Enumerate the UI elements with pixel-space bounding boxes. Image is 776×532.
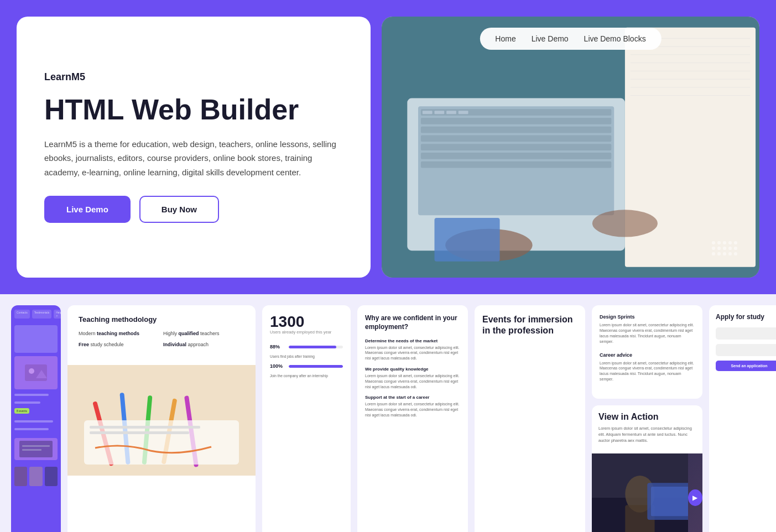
- teaching-image-svg: [67, 365, 256, 476]
- confident-item-title-2: We provide quality knowledge: [365, 367, 460, 372]
- hero-illustration: [382, 17, 759, 278]
- design-sprints-title: Design Sprints: [600, 314, 695, 320]
- stat-bar-1: 88% Users find jobs after training: [270, 344, 343, 359]
- career-advice-text: Lorem ipsum dolor sit amet, consectetur …: [600, 361, 695, 382]
- teaching-item-3: Free study schedule: [79, 341, 160, 349]
- stat-bar-2: 100% Join the company after an internshi…: [270, 363, 343, 378]
- svg-rect-18: [421, 161, 611, 168]
- card-teaching-image: [67, 365, 256, 476]
- confident-item-1: Determine the needs of the market Lorem …: [365, 338, 460, 361]
- view-action-text: Lorem ipsum dolor sit amet, consectetur …: [598, 425, 696, 444]
- bottom-section-row1: Contacts Testimonials Help > 8 events: [0, 294, 776, 532]
- confident-item-text-1: Lorem ipsum dolor sit amet, consectetur …: [365, 345, 460, 361]
- apply-field-name[interactable]: [716, 327, 776, 340]
- stat-label: Users already employed this year: [270, 330, 343, 335]
- hero-description: LearnM5 is a theme for education, web de…: [44, 137, 343, 180]
- svg-rect-15: [421, 135, 611, 142]
- confident-item-title-1: Determine the needs of the market: [365, 338, 460, 343]
- svg-rect-22: [459, 111, 468, 114]
- stat-pct-2: 100%: [270, 363, 285, 369]
- phone-text-2: [14, 401, 40, 404]
- svg-rect-20: [434, 111, 444, 114]
- phone-tab-help[interactable]: Help >: [54, 310, 61, 319]
- hero-buttons: Live Demo Buy Now: [44, 196, 343, 223]
- card-phone-mockup: Contacts Testimonials Help > 8 events: [11, 305, 61, 532]
- teaching-item-2: Highly qualified teachers: [163, 330, 244, 338]
- svg-rect-25: [434, 218, 499, 262]
- play-button[interactable]: ▶: [688, 489, 702, 506]
- phone-text-3: [14, 420, 53, 423]
- teaching-grid: Modern teaching methods Highly qualified…: [79, 330, 244, 348]
- stat-number: 1300: [270, 314, 343, 330]
- phone-tab-testimonials[interactable]: Testimonials: [32, 310, 52, 319]
- nav-home[interactable]: Home: [495, 34, 515, 43]
- svg-rect-19: [423, 111, 433, 114]
- career-advice-title: Career advice: [600, 352, 695, 358]
- confident-item-2: We provide quality knowledge Lorem ipsum…: [365, 367, 460, 389]
- card-view-in-action: View in Action Lorem ipsum dolor sit ame…: [592, 405, 702, 532]
- card-teaching: Teaching methodology Modern teaching met…: [67, 305, 256, 532]
- svg-rect-13: [421, 118, 611, 124]
- stat-pct-1: 88%: [270, 344, 285, 350]
- card-stats: 1300 Users already employed this year 88…: [262, 305, 351, 532]
- phone-content-1: [14, 325, 58, 353]
- card-column-design-view: Design Sprints Lorem ipsum dolor sit ame…: [592, 305, 702, 532]
- svg-rect-21: [446, 111, 456, 114]
- confident-item-text-3: Lorem ipsum dolor sit amet, consectetur …: [365, 401, 460, 418]
- phone-img-block-2: [14, 438, 58, 460]
- dots-visual: [712, 241, 737, 255]
- svg-rect-14: [421, 127, 611, 133]
- svg-rect-46: [651, 487, 688, 516]
- phone-bottom-imgs: [14, 467, 58, 486]
- stat-bar-desc-1: Users find jobs after training: [270, 354, 343, 359]
- phone-text-1: [14, 394, 49, 396]
- stat-bar-bg-2: [289, 365, 343, 368]
- view-action-image: ▶: [592, 453, 702, 532]
- teaching-item-4: Individual approach: [163, 341, 244, 349]
- brand-name: LearnM5: [44, 71, 343, 83]
- nav-live-demo-blocks[interactable]: Live Demo Blocks: [584, 34, 646, 43]
- hero-laptop-bg: [382, 17, 759, 278]
- card-confident: Why are we confident in your employment?…: [357, 305, 468, 532]
- phone-text-4: [14, 428, 49, 430]
- hero-card: LearnM5 HTML Web Builder LearnM5 is a th…: [17, 17, 371, 278]
- phone-img-2: [19, 441, 53, 457]
- apply-field-phone[interactable]: [716, 344, 776, 356]
- events-title: Events for immersion in the profession: [482, 314, 577, 335]
- card-design-sprints: Design Sprints Lorem ipsum dolor sit ame…: [592, 305, 702, 398]
- stat-bar-fill-1: [289, 346, 336, 348]
- phone-tab-contacts[interactable]: Contacts: [14, 310, 30, 319]
- confident-title: Why are we confident in your employment?: [365, 314, 460, 331]
- svg-rect-26: [25, 364, 47, 381]
- stat-bar-fill-2: [289, 365, 343, 368]
- top-section: LearnM5 HTML Web Builder LearnM5 is a th…: [0, 0, 776, 294]
- svg-rect-31: [22, 449, 41, 451]
- live-demo-button[interactable]: Live Demo: [44, 196, 131, 223]
- card-events: Events for immersion in the profession: [475, 305, 585, 532]
- phone-header: Contacts Testimonials Help >: [14, 310, 58, 319]
- svg-rect-40: [90, 431, 189, 434]
- svg-point-24: [592, 210, 658, 237]
- hero-nav: Home Live Demo Live Demo Blocks: [480, 28, 661, 50]
- svg-rect-16: [421, 144, 611, 150]
- apply-title: Apply for study: [716, 313, 776, 321]
- stat-bar-bg-1: [289, 346, 343, 348]
- apply-send-button[interactable]: Send an application: [716, 361, 776, 371]
- view-action-title: View in Action: [598, 412, 696, 422]
- svg-rect-17: [421, 153, 611, 159]
- teaching-item-1: Modern teaching methods: [79, 330, 160, 338]
- buy-now-button[interactable]: Buy Now: [139, 196, 219, 223]
- confident-item-text-2: Lorem ipsum dolor sit amet, consectetur …: [365, 373, 460, 389]
- design-sprints-text: Lorem ipsum dolor sit amet, consectetur …: [600, 322, 695, 344]
- card-apply: Apply for study Send an application: [709, 305, 776, 532]
- nav-live-demo[interactable]: Live Demo: [532, 34, 569, 43]
- svg-point-27: [29, 368, 34, 374]
- hero-title: HTML Web Builder: [44, 94, 343, 126]
- phone-badge: 8 events: [14, 408, 29, 414]
- stat-bar-desc-2: Join the company after an internship: [270, 373, 343, 378]
- hero-image-area: Home Live Demo Live Demo Blocks: [382, 17, 759, 278]
- card-teaching-top: Teaching methodology Modern teaching met…: [67, 305, 256, 365]
- svg-rect-39: [90, 426, 200, 429]
- confident-item-3: Support at the start of a career Lorem i…: [365, 395, 460, 418]
- view-action-content: View in Action Lorem ipsum dolor sit ame…: [592, 405, 702, 454]
